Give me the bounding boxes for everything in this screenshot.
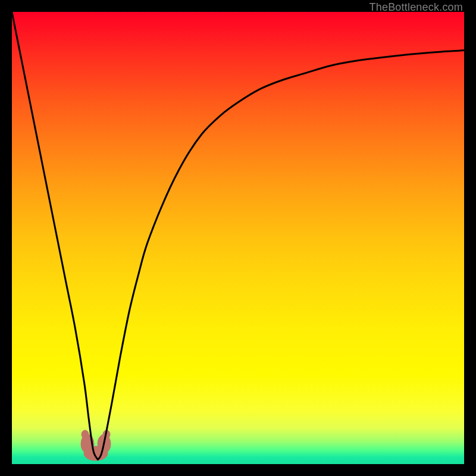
- curve-layer: [12, 12, 464, 464]
- bottleneck-curve: [12, 12, 464, 459]
- footprint-nub-left: [82, 430, 89, 439]
- chart-frame: TheBottleneck.com: [0, 0, 476, 476]
- plot-area: [12, 12, 464, 464]
